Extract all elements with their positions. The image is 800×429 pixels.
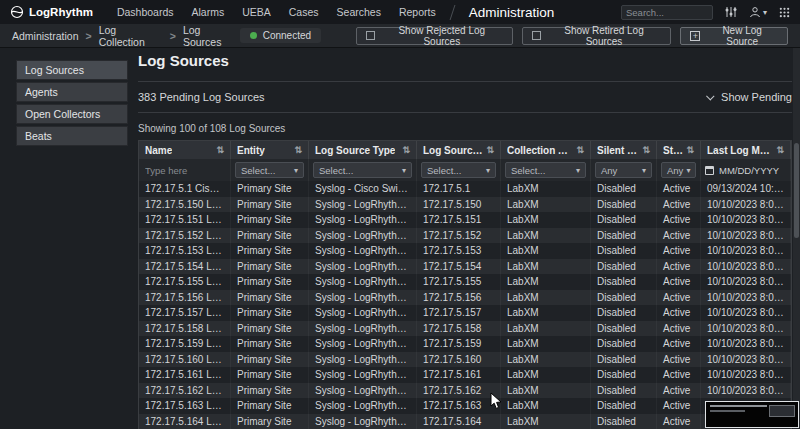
- cell-log-source-type: Syslog - LogRhythm Syslog Ge...: [309, 243, 417, 259]
- scrollbar-thumb[interactable]: [794, 143, 799, 238]
- column-header[interactable]: Status ⇅: [657, 141, 701, 159]
- cell-log-source-host: 172.17.5.157: [417, 305, 501, 321]
- sort-icon[interactable]: ⇅: [216, 145, 224, 155]
- nav-item[interactable]: Searches: [337, 6, 381, 18]
- breadcrumb-item[interactable]: Log Sources: [183, 24, 240, 48]
- apps-grid-icon[interactable]: [779, 7, 790, 18]
- cell-collection-agent: LabXM: [501, 414, 591, 429]
- new-log-source-button[interactable]: + New Log Source: [680, 27, 788, 45]
- sidebar-item[interactable]: Open Collectors: [16, 104, 128, 124]
- sidebar-item[interactable]: Beats: [16, 126, 128, 146]
- table-row[interactable]: 172.17.5.153 LR Sysl... Primary Site Sys…: [139, 243, 791, 259]
- breadcrumb-item[interactable]: Administration: [12, 30, 79, 42]
- cell-log-source-host: 172.17.5.156: [417, 290, 501, 306]
- cell-status: Active: [657, 414, 701, 429]
- cell-collection-agent: LabXM: [501, 181, 591, 197]
- user-menu[interactable]: ▾: [749, 6, 767, 18]
- logrhythm-logo[interactable]: LogRhythm: [10, 5, 93, 19]
- log-source-host-filter-select[interactable]: Select... ▾: [421, 162, 496, 178]
- screen-preview-window[interactable]: [705, 401, 799, 428]
- search-box[interactable]: [621, 5, 713, 20]
- table-row[interactable]: 172.17.5.152 LR Sysl... Primary Site Sys…: [139, 228, 791, 244]
- table-row[interactable]: 172.17.5.156 LR Sysl... Primary Site Sys…: [139, 290, 791, 306]
- sidebar-item[interactable]: Agents: [16, 82, 128, 102]
- table-row[interactable]: 172.17.5.157 LR Sysl... Primary Site Sys…: [139, 305, 791, 321]
- table-row[interactable]: 172.17.5.151 LR Sysl... Primary Site Sys…: [139, 212, 791, 228]
- cell-silent-log: Disabled: [591, 367, 657, 383]
- table-row[interactable]: 172.17.5.155 LR Sysl... Primary Site Sys…: [139, 274, 791, 290]
- sort-icon[interactable]: ⇅: [402, 145, 410, 155]
- cell-log-source-type: Syslog - LogRhythm Syslog Ge...: [309, 212, 417, 228]
- column-header[interactable]: Entity ⇅: [231, 141, 309, 159]
- settings-sliders-icon[interactable]: [725, 6, 737, 18]
- table-row[interactable]: 172.17.5.1 Cisco Swit... Primary Site Sy…: [139, 181, 791, 197]
- pending-count: 383 Pending Log Sources: [138, 91, 265, 103]
- nav-item[interactable]: Dashboards: [117, 6, 174, 18]
- cell-log-source-host: 172.17.5.158: [417, 321, 501, 337]
- cell-last-log-message: 10/10/2023 8:03 am: [701, 228, 791, 244]
- log-source-type-filter-select[interactable]: Select... ▾: [313, 162, 412, 178]
- cell-silent-log: Disabled: [591, 398, 657, 414]
- search-input[interactable]: [626, 7, 708, 18]
- cell-log-source-host: 172.17.5.164: [417, 414, 501, 429]
- sort-icon[interactable]: ⇅: [686, 145, 694, 155]
- cell-status: Active: [657, 228, 701, 244]
- cell-name: 172.17.5.157 LR Sysl...: [139, 305, 231, 321]
- connection-status-label: Connected: [263, 30, 311, 41]
- show-toggle-button[interactable]: Show Rejected Log Sources: [356, 27, 513, 45]
- cell-name: 172.17.5.151 LR Sysl...: [139, 212, 231, 228]
- sort-icon[interactable]: ⇅: [642, 145, 650, 155]
- show-toggle-button[interactable]: Show Retired Log Sources: [522, 27, 672, 45]
- vertical-scrollbar[interactable]: [793, 48, 800, 429]
- column-header[interactable]: Silent Log S... ⇅: [591, 141, 657, 159]
- cell-last-log-message: 10/10/2023 8:03 am: [701, 336, 791, 352]
- cell-silent-log: Disabled: [591, 259, 657, 275]
- sort-icon[interactable]: ⇅: [486, 145, 494, 155]
- cell-last-log-message: 10/10/2023 8:02 am: [701, 243, 791, 259]
- entity-filter-cell: Select... ▾: [231, 159, 309, 181]
- nav-item[interactable]: Reports: [399, 6, 436, 18]
- column-header[interactable]: Log Source Type ⇅: [309, 141, 417, 159]
- name-filter-cell: [139, 159, 231, 181]
- table-row[interactable]: 172.17.5.154 LR Sysl... Primary Site Sys…: [139, 259, 791, 275]
- table-row[interactable]: 172.17.5.163 LR Sysl... Primary Site Sys…: [139, 398, 791, 414]
- collection-agent-filter-select[interactable]: Select... ▾: [505, 162, 586, 178]
- show-pending-button[interactable]: Show Pending: [708, 91, 792, 103]
- nav-item[interactable]: Cases: [289, 6, 319, 18]
- column-header[interactable]: Log Source Host ⇅: [417, 141, 501, 159]
- date-filter[interactable]: MM/DD/YYYY: [705, 162, 786, 178]
- table-row[interactable]: 172.17.5.161 LR Sysl... Primary Site Sys…: [139, 367, 791, 383]
- sort-icon[interactable]: ⇅: [294, 145, 302, 155]
- cell-log-source-type: Syslog - LogRhythm Syslog Ge...: [309, 274, 417, 290]
- cell-log-source-host: 172.17.5.151: [417, 212, 501, 228]
- cell-last-log-message: 10/10/2023 8:02 am: [701, 383, 791, 399]
- cell-log-source-host: 172.17.5.163: [417, 398, 501, 414]
- column-header[interactable]: Last Log Message ⇅: [701, 141, 791, 159]
- sort-icon[interactable]: ⇅: [776, 145, 784, 155]
- breadcrumb: Administration > Log Collection > Log So…: [12, 24, 240, 48]
- breadcrumb-item[interactable]: Log Collection: [99, 24, 163, 48]
- main-menu: DashboardsAlarmsUEBACasesSearchesReports: [117, 6, 436, 18]
- connection-status: Connected: [240, 28, 321, 43]
- table-row[interactable]: 172.17.5.162 LR Sysl... Primary Site Sys…: [139, 383, 791, 399]
- entity-filter-select[interactable]: Select... ▾: [235, 162, 304, 178]
- cell-log-source-host: 172.17.5.159: [417, 336, 501, 352]
- top-nav-right: ▾: [621, 5, 790, 20]
- cell-log-source-host: 172.17.5.155: [417, 274, 501, 290]
- nav-item[interactable]: UEBA: [242, 6, 271, 18]
- status-filter-select[interactable]: Any ▾: [661, 162, 696, 178]
- cell-entity: Primary Site: [231, 259, 309, 275]
- table-row[interactable]: 172.17.5.159 LR Sysl... Primary Site Sys…: [139, 336, 791, 352]
- sidebar-item[interactable]: Log Sources: [16, 60, 128, 80]
- table-row[interactable]: 172.17.5.164 LR Sysl... Primary Site Sys…: [139, 414, 791, 429]
- nav-item[interactable]: Alarms: [192, 6, 225, 18]
- sort-icon[interactable]: ⇅: [576, 145, 584, 155]
- name-filter-input[interactable]: [143, 162, 226, 178]
- table-row[interactable]: 172.17.5.158 LR Sysl... Primary Site Sys…: [139, 321, 791, 337]
- column-header[interactable]: Name ⇅: [139, 141, 231, 159]
- table-row[interactable]: 172.17.5.160 LR Sysl... Primary Site Sys…: [139, 352, 791, 368]
- silent-log-filter-select[interactable]: Any ▾: [595, 162, 652, 178]
- column-header[interactable]: Collection Agent ⇅: [501, 141, 591, 159]
- nav-item-administration[interactable]: Administration: [469, 5, 555, 20]
- table-row[interactable]: 172.17.5.150 LR Sysl... Primary Site Sys…: [139, 197, 791, 213]
